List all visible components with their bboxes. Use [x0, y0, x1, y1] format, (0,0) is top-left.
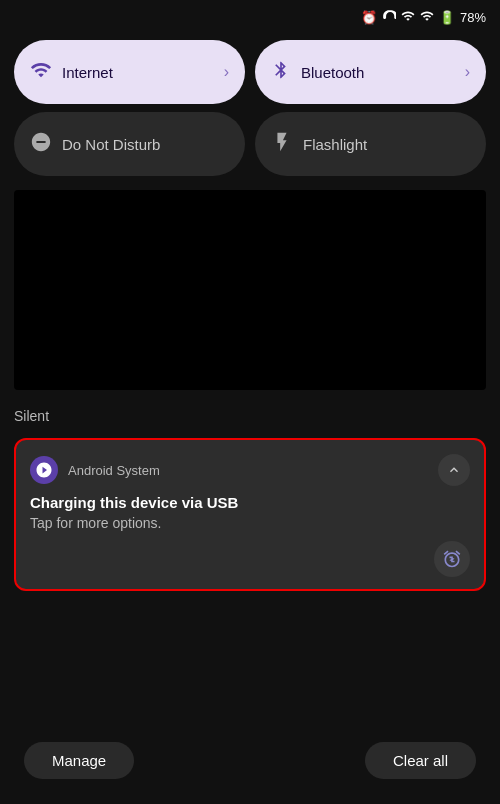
bluetooth-chevron-icon: › [465, 63, 470, 81]
flashlight-tile-icon [271, 131, 293, 158]
notification-action-area [30, 541, 470, 577]
flashlight-tile-label: Flashlight [303, 136, 470, 153]
battery-percentage: 78% [460, 10, 486, 25]
wifi-tile-icon [30, 59, 52, 86]
quick-tiles-panel: Internet › Bluetooth › Do Not Disturb [0, 32, 500, 186]
internet-tile[interactable]: Internet › [14, 40, 245, 104]
bluetooth-tile-label: Bluetooth [301, 64, 455, 81]
bluetooth-tile-icon [271, 60, 291, 85]
silent-label: Silent [14, 408, 486, 424]
alarm-icon: ⏰ [361, 10, 377, 25]
notification-title: Charging this device via USB [30, 494, 470, 511]
dnd-tile-icon [30, 131, 52, 158]
internet-tile-label: Internet [62, 64, 214, 81]
tiles-row-2: Do Not Disturb Flashlight [14, 112, 486, 176]
notification-body: Tap for more options. [30, 515, 470, 531]
notification-header: Android System [30, 454, 470, 486]
notification-expand-button[interactable] [438, 454, 470, 486]
screen-preview [14, 190, 486, 390]
clear-all-button[interactable]: Clear all [365, 742, 476, 779]
battery-icon: 🔋 [439, 10, 455, 25]
manage-button[interactable]: Manage [24, 742, 134, 779]
internet-chevron-icon: › [224, 63, 229, 81]
signal-icon [401, 9, 415, 26]
android-system-icon [30, 456, 58, 484]
notification-card[interactable]: Android System Charging this device via … [14, 438, 486, 591]
status-icons: ⏰ 🔋 78% [361, 9, 486, 26]
headset-icon [382, 9, 396, 26]
tiles-row-1: Internet › Bluetooth › [14, 40, 486, 104]
status-bar: ⏰ 🔋 78% [0, 0, 500, 32]
wifi-icon [420, 9, 434, 26]
dnd-tile[interactable]: Do Not Disturb [14, 112, 245, 176]
silent-section: Silent [0, 394, 500, 438]
bluetooth-tile[interactable]: Bluetooth › [255, 40, 486, 104]
bottom-bar: Manage Clear all [0, 732, 500, 804]
notification-app-name: Android System [68, 463, 438, 478]
flashlight-tile[interactable]: Flashlight [255, 112, 486, 176]
alarm-snooze-icon[interactable] [434, 541, 470, 577]
dnd-tile-label: Do Not Disturb [62, 136, 229, 153]
